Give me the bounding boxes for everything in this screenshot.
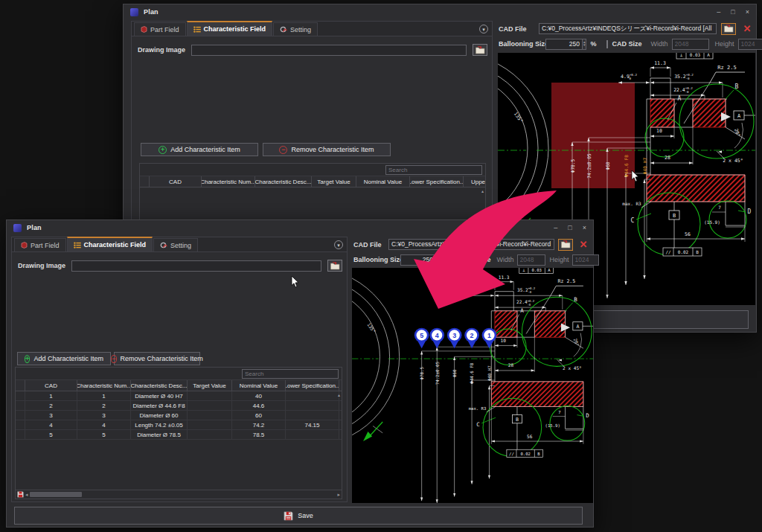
browse-cad-button[interactable]: [558, 239, 573, 251]
column-header[interactable]: Target Value: [312, 176, 356, 187]
open-folder-icon: [330, 262, 340, 270]
scroll-right-icon[interactable]: ▸: [337, 492, 340, 497]
width-input[interactable]: [517, 254, 545, 266]
close-button[interactable]: ×: [746, 9, 749, 16]
search-input[interactable]: [242, 369, 339, 379]
table-cell: [286, 430, 339, 439]
spinner-arrows[interactable]: ▲▼: [436, 254, 440, 266]
tab-part-field[interactable]: Part Field: [14, 238, 66, 251]
table-cell: 1: [77, 391, 131, 400]
characteristic-field-icon: [193, 26, 201, 33]
drawing-image-input[interactable]: [71, 260, 321, 272]
ballooning-size-input[interactable]: [400, 254, 436, 266]
column-header[interactable]: Characteristic Desc...: [131, 380, 188, 391]
remove-characteristic-item-button[interactable]: − Remove Characteristic Item: [114, 352, 200, 365]
minimize-button[interactable]: –: [554, 225, 557, 231]
cad-file-path-input[interactable]: [388, 239, 554, 250]
save-button[interactable]: Save: [14, 507, 583, 525]
table-cell: [188, 391, 232, 400]
clear-cad-button[interactable]: ✕: [577, 239, 590, 251]
table-cell: 3: [25, 411, 77, 420]
browse-cad-button[interactable]: [721, 23, 736, 35]
browse-drawing-button[interactable]: [327, 260, 342, 272]
title-bar[interactable]: Plan – □ ×: [124, 4, 756, 19]
tab-setting[interactable]: Setting: [153, 238, 198, 251]
column-header[interactable]: Uppe: [339, 380, 342, 391]
table-row[interactable]: 55Diameter Ø 78.578.5: [16, 430, 342, 440]
column-header[interactable]: Characteristic Num...: [202, 176, 255, 187]
table-row[interactable]: 33Diameter Ø 6060: [16, 411, 342, 420]
svg-text:56: 56: [527, 434, 533, 439]
column-header[interactable]: Characteristic Desc...: [255, 176, 312, 187]
svg-text:11.3: 11.3: [499, 275, 510, 280]
cad-viewport[interactable]: 135°Φ78.574.2±0.05Φ60Φ44.6 F8Φ40 H711.3⊥…: [352, 268, 593, 503]
cad-file-path-input[interactable]: [539, 23, 717, 34]
svg-text:⊥: ⊥: [680, 53, 683, 57]
width-input[interactable]: [672, 39, 709, 50]
column-header[interactable]: Uppe: [464, 176, 486, 187]
height-input[interactable]: [572, 254, 599, 266]
cad-size-checkbox[interactable]: [456, 256, 458, 264]
open-folder-icon: [561, 240, 571, 249]
minimize-button[interactable]: –: [717, 9, 720, 16]
search-input[interactable]: [385, 165, 482, 175]
drawing-image-input[interactable]: [191, 45, 467, 56]
browse-drawing-button[interactable]: [473, 44, 487, 56]
table-cell: Diameter Ø 44.6 F8: [131, 401, 188, 410]
ballooning-size-input[interactable]: [545, 39, 583, 50]
clear-cad-button[interactable]: ✕: [740, 23, 754, 35]
maximize-button[interactable]: □: [731, 9, 734, 16]
table-cell: 40: [232, 391, 286, 400]
expand-icon[interactable]: ▾: [334, 240, 343, 249]
cad-size-checkbox[interactable]: [606, 40, 608, 48]
record-disk-icon: [17, 491, 24, 498]
scroll-up-icon[interactable]: ▴: [481, 188, 484, 193]
scroll-up-icon[interactable]: ▴: [338, 392, 340, 397]
add-characteristic-item-button[interactable]: + Add Characteristic Item: [17, 352, 111, 365]
table-row[interactable]: 44Length 74.2 ±0.0574.274.15: [16, 420, 342, 430]
table-cell: 74.2: [232, 420, 286, 429]
svg-text:B: B: [696, 249, 699, 254]
setting-icon: [280, 26, 287, 33]
column-header[interactable]: CAD: [150, 176, 202, 187]
title-bar[interactable]: Plan – □ ×: [7, 220, 593, 235]
maximize-button[interactable]: □: [568, 225, 572, 231]
table-cell: 78.5: [232, 430, 286, 439]
column-header[interactable]: Nominal Value: [356, 176, 410, 187]
column-header[interactable]: Characteristic Num...: [77, 380, 131, 391]
remove-characteristic-item-button[interactable]: − Remove Characteristic Item: [263, 143, 391, 156]
table-cell: Diameter Ø 40 H7: [131, 391, 188, 400]
svg-text:Rz 2.5: Rz 2.5: [717, 65, 736, 71]
column-header[interactable]: Lower Specification...: [286, 380, 339, 391]
close-button[interactable]: ×: [583, 225, 586, 231]
svg-text:2 x 45°: 2 x 45°: [563, 365, 582, 371]
svg-text:B: B: [574, 296, 577, 303]
tab-characteristic-field[interactable]: Characteristic Field: [187, 21, 273, 36]
column-header[interactable]: [140, 176, 150, 187]
column-header[interactable]: Lower Specification...: [410, 176, 464, 187]
scrollbar-thumb[interactable]: [30, 492, 82, 497]
svg-text:C: C: [631, 217, 635, 224]
tab-setting[interactable]: Setting: [273, 22, 318, 36]
svg-text:C: C: [476, 421, 480, 428]
table-cell: [286, 401, 339, 410]
svg-text:D: D: [586, 412, 589, 419]
add-characteristic-item-button[interactable]: + Add Characteristic Item: [141, 143, 258, 156]
svg-text:0.02: 0.02: [520, 452, 531, 456]
column-header[interactable]: [16, 380, 25, 391]
spinner-arrows[interactable]: ▲▼: [583, 39, 586, 50]
tab-characteristic-field[interactable]: Characteristic Field: [67, 237, 153, 251]
scroll-left-icon[interactable]: ◂: [25, 492, 28, 497]
table-row[interactable]: 22Diameter Ø 44.6 F844.6: [16, 401, 342, 411]
column-header[interactable]: Nominal Value: [232, 380, 286, 391]
table-cell: [286, 391, 339, 400]
height-input[interactable]: [738, 39, 762, 50]
tab-part-field[interactable]: Part Field: [134, 22, 186, 36]
table-row[interactable]: 11Diameter Ø 40 H740: [16, 391, 342, 401]
column-header[interactable]: Target Value: [188, 380, 232, 391]
minus-circle-icon: −: [279, 146, 287, 154]
svg-text:Φ60: Φ60: [605, 161, 610, 170]
horizontal-scrollbar[interactable]: ◂ ▸: [16, 490, 342, 499]
column-header[interactable]: CAD: [25, 380, 77, 391]
expand-icon[interactable]: ▾: [479, 25, 488, 33]
